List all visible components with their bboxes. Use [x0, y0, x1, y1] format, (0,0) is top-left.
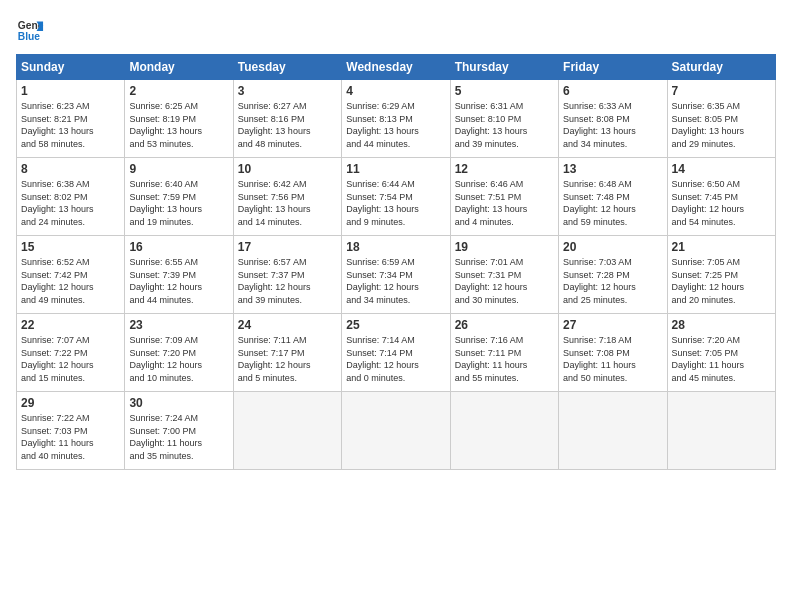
col-header-friday: Friday [559, 55, 667, 80]
day-cell: 26Sunrise: 7:16 AM Sunset: 7:11 PM Dayli… [450, 314, 558, 392]
day-number: 23 [129, 318, 228, 332]
day-info: Sunrise: 6:46 AM Sunset: 7:51 PM Dayligh… [455, 178, 554, 228]
day-number: 5 [455, 84, 554, 98]
day-info: Sunrise: 6:31 AM Sunset: 8:10 PM Dayligh… [455, 100, 554, 150]
day-cell: 12Sunrise: 6:46 AM Sunset: 7:51 PM Dayli… [450, 158, 558, 236]
day-cell: 9Sunrise: 6:40 AM Sunset: 7:59 PM Daylig… [125, 158, 233, 236]
day-cell: 23Sunrise: 7:09 AM Sunset: 7:20 PM Dayli… [125, 314, 233, 392]
day-info: Sunrise: 6:44 AM Sunset: 7:54 PM Dayligh… [346, 178, 445, 228]
day-cell: 24Sunrise: 7:11 AM Sunset: 7:17 PM Dayli… [233, 314, 341, 392]
day-number: 7 [672, 84, 771, 98]
week-row-4: 22Sunrise: 7:07 AM Sunset: 7:22 PM Dayli… [17, 314, 776, 392]
day-info: Sunrise: 6:40 AM Sunset: 7:59 PM Dayligh… [129, 178, 228, 228]
col-header-monday: Monday [125, 55, 233, 80]
day-number: 24 [238, 318, 337, 332]
col-header-thursday: Thursday [450, 55, 558, 80]
day-cell: 13Sunrise: 6:48 AM Sunset: 7:48 PM Dayli… [559, 158, 667, 236]
day-number: 14 [672, 162, 771, 176]
day-cell [559, 392, 667, 470]
day-number: 12 [455, 162, 554, 176]
day-info: Sunrise: 7:24 AM Sunset: 7:00 PM Dayligh… [129, 412, 228, 462]
day-number: 20 [563, 240, 662, 254]
day-info: Sunrise: 7:09 AM Sunset: 7:20 PM Dayligh… [129, 334, 228, 384]
day-number: 17 [238, 240, 337, 254]
day-number: 27 [563, 318, 662, 332]
day-number: 29 [21, 396, 120, 410]
day-number: 13 [563, 162, 662, 176]
week-row-1: 1Sunrise: 6:23 AM Sunset: 8:21 PM Daylig… [17, 80, 776, 158]
logo: General Blue [16, 16, 48, 44]
day-cell: 10Sunrise: 6:42 AM Sunset: 7:56 PM Dayli… [233, 158, 341, 236]
day-number: 22 [21, 318, 120, 332]
day-info: Sunrise: 6:25 AM Sunset: 8:19 PM Dayligh… [129, 100, 228, 150]
week-row-2: 8Sunrise: 6:38 AM Sunset: 8:02 PM Daylig… [17, 158, 776, 236]
day-number: 26 [455, 318, 554, 332]
day-info: Sunrise: 7:01 AM Sunset: 7:31 PM Dayligh… [455, 256, 554, 306]
day-cell: 14Sunrise: 6:50 AM Sunset: 7:45 PM Dayli… [667, 158, 775, 236]
day-number: 18 [346, 240, 445, 254]
col-header-saturday: Saturday [667, 55, 775, 80]
day-cell: 19Sunrise: 7:01 AM Sunset: 7:31 PM Dayli… [450, 236, 558, 314]
day-info: Sunrise: 7:22 AM Sunset: 7:03 PM Dayligh… [21, 412, 120, 462]
day-number: 4 [346, 84, 445, 98]
day-info: Sunrise: 6:29 AM Sunset: 8:13 PM Dayligh… [346, 100, 445, 150]
day-cell: 16Sunrise: 6:55 AM Sunset: 7:39 PM Dayli… [125, 236, 233, 314]
day-number: 19 [455, 240, 554, 254]
day-info: Sunrise: 7:14 AM Sunset: 7:14 PM Dayligh… [346, 334, 445, 384]
week-row-3: 15Sunrise: 6:52 AM Sunset: 7:42 PM Dayli… [17, 236, 776, 314]
day-info: Sunrise: 6:27 AM Sunset: 8:16 PM Dayligh… [238, 100, 337, 150]
day-cell: 22Sunrise: 7:07 AM Sunset: 7:22 PM Dayli… [17, 314, 125, 392]
day-info: Sunrise: 7:20 AM Sunset: 7:05 PM Dayligh… [672, 334, 771, 384]
day-info: Sunrise: 6:57 AM Sunset: 7:37 PM Dayligh… [238, 256, 337, 306]
calendar-table: SundayMondayTuesdayWednesdayThursdayFrid… [16, 54, 776, 470]
day-number: 16 [129, 240, 228, 254]
day-number: 2 [129, 84, 228, 98]
day-info: Sunrise: 7:07 AM Sunset: 7:22 PM Dayligh… [21, 334, 120, 384]
day-info: Sunrise: 6:35 AM Sunset: 8:05 PM Dayligh… [672, 100, 771, 150]
col-header-tuesday: Tuesday [233, 55, 341, 80]
day-cell: 21Sunrise: 7:05 AM Sunset: 7:25 PM Dayli… [667, 236, 775, 314]
day-info: Sunrise: 6:59 AM Sunset: 7:34 PM Dayligh… [346, 256, 445, 306]
day-cell [667, 392, 775, 470]
page-container: General Blue SundayMondayTuesdayWednesda… [0, 0, 792, 480]
day-number: 9 [129, 162, 228, 176]
day-cell: 20Sunrise: 7:03 AM Sunset: 7:28 PM Dayli… [559, 236, 667, 314]
day-info: Sunrise: 6:52 AM Sunset: 7:42 PM Dayligh… [21, 256, 120, 306]
day-info: Sunrise: 6:48 AM Sunset: 7:48 PM Dayligh… [563, 178, 662, 228]
day-info: Sunrise: 7:05 AM Sunset: 7:25 PM Dayligh… [672, 256, 771, 306]
day-cell [342, 392, 450, 470]
day-number: 8 [21, 162, 120, 176]
day-info: Sunrise: 6:55 AM Sunset: 7:39 PM Dayligh… [129, 256, 228, 306]
day-cell: 2Sunrise: 6:25 AM Sunset: 8:19 PM Daylig… [125, 80, 233, 158]
day-cell [450, 392, 558, 470]
day-info: Sunrise: 6:38 AM Sunset: 8:02 PM Dayligh… [21, 178, 120, 228]
week-row-5: 29Sunrise: 7:22 AM Sunset: 7:03 PM Dayli… [17, 392, 776, 470]
day-cell: 8Sunrise: 6:38 AM Sunset: 8:02 PM Daylig… [17, 158, 125, 236]
day-info: Sunrise: 7:03 AM Sunset: 7:28 PM Dayligh… [563, 256, 662, 306]
day-info: Sunrise: 7:11 AM Sunset: 7:17 PM Dayligh… [238, 334, 337, 384]
day-info: Sunrise: 6:23 AM Sunset: 8:21 PM Dayligh… [21, 100, 120, 150]
header-row: SundayMondayTuesdayWednesdayThursdayFrid… [17, 55, 776, 80]
col-header-sunday: Sunday [17, 55, 125, 80]
day-cell: 7Sunrise: 6:35 AM Sunset: 8:05 PM Daylig… [667, 80, 775, 158]
day-number: 28 [672, 318, 771, 332]
col-header-wednesday: Wednesday [342, 55, 450, 80]
header: General Blue [16, 16, 776, 44]
day-cell: 27Sunrise: 7:18 AM Sunset: 7:08 PM Dayli… [559, 314, 667, 392]
day-cell [233, 392, 341, 470]
day-info: Sunrise: 7:16 AM Sunset: 7:11 PM Dayligh… [455, 334, 554, 384]
day-cell: 17Sunrise: 6:57 AM Sunset: 7:37 PM Dayli… [233, 236, 341, 314]
day-cell: 18Sunrise: 6:59 AM Sunset: 7:34 PM Dayli… [342, 236, 450, 314]
day-number: 25 [346, 318, 445, 332]
day-cell: 6Sunrise: 6:33 AM Sunset: 8:08 PM Daylig… [559, 80, 667, 158]
day-cell: 25Sunrise: 7:14 AM Sunset: 7:14 PM Dayli… [342, 314, 450, 392]
day-number: 6 [563, 84, 662, 98]
day-number: 3 [238, 84, 337, 98]
day-number: 1 [21, 84, 120, 98]
day-info: Sunrise: 6:50 AM Sunset: 7:45 PM Dayligh… [672, 178, 771, 228]
day-cell: 30Sunrise: 7:24 AM Sunset: 7:00 PM Dayli… [125, 392, 233, 470]
day-info: Sunrise: 7:18 AM Sunset: 7:08 PM Dayligh… [563, 334, 662, 384]
day-number: 21 [672, 240, 771, 254]
day-cell: 4Sunrise: 6:29 AM Sunset: 8:13 PM Daylig… [342, 80, 450, 158]
svg-text:Blue: Blue [18, 31, 41, 42]
